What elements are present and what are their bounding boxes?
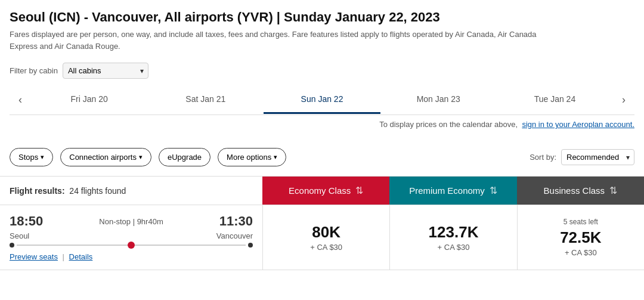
results-header: Flight results: 24 flights found Economy… [0,176,644,205]
sort-area: Sort by: Recommended Price Duration [530,149,634,165]
link-separator: | [63,252,67,261]
business-sort-icon[interactable]: ⇅ [609,185,617,196]
premium-price-main: 123.7K [429,223,479,242]
filter-bar: Filter by cabin All cabins Economy Premi… [0,57,644,85]
business-class-label: Business Class [544,185,605,196]
premium-economy-header[interactable]: Premium Economy ⇅ [389,177,516,205]
next-date-arrow[interactable]: › [613,85,634,115]
more-options-button[interactable]: More options ▾ [218,148,286,166]
arrive-dot [248,243,253,248]
depart-city: Seoul [10,231,29,240]
flight-times: 18:50 Non-stop | 9hr40m 11:30 [10,214,253,229]
economy-class-header[interactable]: Economy Class ⇅ [262,177,389,205]
date-tab-fri-jan-20[interactable]: Fri Jan 20 [31,86,147,114]
economy-price-main: 80K [312,223,340,242]
economy-sort-icon[interactable]: ⇅ [355,185,363,196]
business-price-main: 72.5K [560,228,601,247]
stops-button[interactable]: Stops ▾ [10,148,53,166]
connection-arrow-icon: ▾ [139,153,143,161]
connection-airports-button[interactable]: Connection airports ▾ [60,148,151,166]
cabin-filter-select[interactable]: All cabins Economy Premium Economy Busin… [63,63,148,79]
premium-sort-icon[interactable]: ⇅ [490,185,497,196]
flight-info: 18:50 Non-stop | 9hr40m 11:30 Seoul Vanc… [0,205,262,270]
business-price-cell[interactable]: 5 seats left 72.5K + CA $30 [517,205,644,270]
flight-cities: Seoul Vancouver [10,231,253,240]
cabin-filter-wrapper[interactable]: All cabins Economy Premium Economy Busin… [63,63,148,79]
flight-row: 18:50 Non-stop | 9hr40m 11:30 Seoul Vanc… [0,205,644,270]
date-tab-tue-jan-24[interactable]: Tue Jan 24 [497,86,613,114]
aeroplan-signin-link[interactable]: sign in to your Aeroplan account. [522,120,634,129]
page-title: Seoul (ICN) - Vancouver, All airports (Y… [10,10,634,25]
economy-price-sub: + CA $30 [310,243,342,252]
more-options-arrow-icon: ▾ [274,153,277,161]
date-tab-sat-jan-21[interactable]: Sat Jan 21 [147,86,264,114]
premium-price-cell[interactable]: 123.7K + CA $30 [389,205,516,270]
aeroplan-bar: To display prices on the calendar above,… [0,115,644,138]
business-price-sub: + CA $30 [565,248,597,257]
date-nav: ‹ Fri Jan 20 Sat Jan 21 Sun Jan 22 Mon J… [10,85,634,115]
business-seats-label: 5 seats left [564,218,598,226]
subtitle: Fares displayed are per person, one way,… [10,29,546,52]
sort-label: Sort by: [530,153,556,162]
depart-dot [10,243,14,248]
aeroplan-prefix: To display prices on the calendar above, [379,120,518,129]
flight-links: Preview seats | Details [10,252,253,261]
premium-economy-label: Premium Economy [409,185,485,196]
economy-price-cell[interactable]: 80K + CA $30 [262,205,389,270]
business-class-header[interactable]: Business Class ⇅ [517,177,644,205]
premium-price-sub: + CA $30 [438,243,470,252]
prev-date-arrow[interactable]: ‹ [10,85,31,115]
sort-select[interactable]: Recommended Price Duration [561,149,634,165]
header-section: Seoul (ICN) - Vancouver, All airports (Y… [0,0,644,57]
details-link[interactable]: Details [69,252,93,261]
flight-line-wrapper [10,243,253,248]
eupgrade-button[interactable]: eUpgrade [159,148,210,166]
date-tab-mon-jan-23[interactable]: Mon Jan 23 [380,86,497,114]
results-label: Flight results: 24 flights found [0,177,262,205]
stops-arrow-icon: ▾ [41,153,44,161]
flight-line [17,245,246,246]
preview-seats-link[interactable]: Preview seats [10,252,58,261]
arrive-city: Vancouver [216,231,253,240]
stop-info: Non-stop | 9hr40m [99,217,163,226]
economy-class-label: Economy Class [289,185,351,196]
sort-select-wrapper[interactable]: Recommended Price Duration [561,149,634,165]
arrive-time: 11:30 [219,214,253,229]
depart-time: 18:50 [10,214,43,229]
filter-label: Filter by cabin [10,66,58,75]
date-tab-sun-jan-22[interactable]: Sun Jan 22 [264,86,380,114]
flight-results-text: Flight results: 24 flights found [10,186,126,196]
airline-logo-dot [128,242,135,249]
filters-row: Stops ▾ Connection airports ▾ eUpgrade M… [0,138,644,176]
